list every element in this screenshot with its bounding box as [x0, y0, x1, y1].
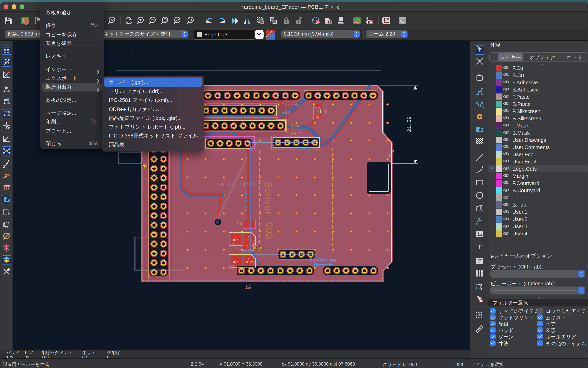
svg-text:9: 9 [280, 123, 281, 126]
svg-text:θ: θ [6, 74, 8, 77]
svg-text:1: 1 [248, 258, 249, 261]
svg-text:4: 4 [305, 139, 306, 142]
svg-text:2: 2 [286, 139, 288, 142]
svg-text:20: 20 [325, 92, 328, 95]
svg-text:5: 5 [242, 123, 244, 126]
svg-text:mm: mm [3, 110, 10, 114]
svg-text:18: 18 [344, 92, 347, 95]
svg-text:21.59: 21.59 [406, 117, 412, 132]
svg-text:2: 2 [291, 251, 293, 254]
svg-text:4: 4 [310, 251, 311, 254]
svg-text:13: 13 [363, 268, 366, 271]
svg-text:12: 12 [354, 268, 357, 271]
svg-text:1: 1 [241, 268, 242, 271]
svg-text:17: 17 [152, 166, 155, 168]
svg-text:29: 29 [152, 222, 155, 225]
svg-text:C2: C2 [229, 265, 235, 270]
svg-text:1: 1 [248, 236, 249, 239]
svg-text:15: 15 [152, 156, 155, 159]
svg-text:5: 5 [210, 140, 212, 143]
svg-text:4: 4 [270, 268, 271, 271]
svg-text:6: 6 [289, 268, 291, 271]
svg-text:5: 5 [242, 108, 244, 110]
svg-text:21: 21 [316, 92, 319, 95]
svg-text:GND: GND [233, 261, 238, 264]
svg-text:26: 26 [162, 203, 165, 206]
svg-text:31: 31 [152, 231, 156, 234]
svg-text:5: 5 [280, 268, 281, 271]
svg-text:C4: C4 [237, 221, 243, 227]
svg-text:14: 14 [372, 268, 375, 271]
svg-text:r: r [4, 71, 5, 74]
svg-text:3: 3 [224, 108, 225, 110]
svg-text:36: 36 [162, 250, 165, 253]
svg-text:A-duino_UNO_R3: A-duino_UNO_R3 [218, 182, 261, 188]
svg-text:mil: mil [4, 98, 9, 102]
svg-text:8: 8 [309, 268, 310, 271]
svg-text:8: 8 [270, 108, 272, 110]
svg-text:37: 37 [152, 260, 155, 263]
svg-text:6: 6 [252, 123, 253, 126]
svg-text:21: 21 [152, 184, 156, 187]
svg-text:C3: C3 [229, 242, 235, 248]
svg-text:New: New [290, 123, 299, 129]
svg-text:20: 20 [162, 175, 165, 178]
svg-text:27: 27 [152, 212, 155, 216]
svg-text:16: 16 [362, 92, 365, 95]
svg-text:J4: J4 [255, 140, 260, 146]
svg-text:3: 3 [228, 140, 230, 143]
svg-text:2: 2 [235, 236, 237, 239]
svg-text:30: 30 [162, 222, 165, 225]
svg-text:9: 9 [327, 268, 328, 271]
svg-text:in: in [5, 86, 8, 90]
svg-text:R3: R3 [323, 109, 328, 114]
svg-text:7: 7 [261, 123, 263, 126]
svg-text:1: 1 [205, 123, 207, 126]
svg-text:1.3: 1.3 [386, 150, 394, 155]
svg-text:35: 35 [152, 250, 155, 253]
svg-text:2: 2 [235, 258, 237, 261]
svg-text:J6: J6 [268, 140, 273, 146]
svg-text:1: 1 [282, 251, 284, 254]
svg-text:30: 30 [226, 92, 229, 95]
svg-text:19: 19 [335, 92, 338, 95]
svg-text:10: 10 [335, 268, 338, 271]
svg-text:1: 1 [317, 105, 318, 107]
svg-text:28: 28 [162, 212, 165, 216]
svg-text:Sensor: Sensor [262, 182, 273, 217]
svg-text:1: 1 [247, 140, 248, 143]
svg-text:16: 16 [162, 156, 165, 159]
svg-text:8: 8 [270, 123, 272, 126]
svg-text:+3.3V: +3.3V [244, 261, 253, 264]
svg-text:38: 38 [162, 260, 165, 263]
svg-text:31: 31 [216, 92, 219, 95]
svg-text:19: 19 [152, 175, 155, 178]
svg-text:6: 6 [252, 108, 253, 110]
svg-text:C1: C1 [254, 238, 259, 243]
svg-text:PWR: PWR [316, 117, 319, 119]
svg-text:22: 22 [162, 184, 165, 187]
svg-text:22: 22 [307, 92, 310, 95]
svg-text:32: 32 [206, 92, 209, 95]
svg-text:4: 4 [219, 140, 221, 143]
svg-text:CO2: CO2 [263, 222, 274, 239]
svg-text:7: 7 [261, 108, 263, 110]
svg-text:27: 27 [255, 92, 258, 95]
svg-text:3: 3 [296, 139, 297, 142]
svg-text:28: 28 [245, 92, 248, 95]
svg-text:32: 32 [162, 231, 165, 234]
svg-text:25: 25 [274, 92, 277, 95]
svg-text:4: 4 [233, 108, 235, 110]
svg-text:1: 1 [277, 139, 279, 142]
svg-text:A1: A1 [245, 285, 251, 291]
svg-text:17: 17 [353, 92, 356, 95]
svg-text:34: 34 [162, 241, 165, 244]
svg-text:5: 5 [314, 139, 316, 142]
svg-text:24: 24 [162, 194, 165, 197]
svg-text:Ver?: Ver? [290, 131, 302, 137]
svg-text:3: 3 [260, 268, 262, 271]
svg-text:5.0000 mm: 5.0000 mm [309, 258, 336, 263]
svg-text:29: 29 [236, 92, 239, 95]
svg-text:2: 2 [214, 123, 216, 126]
svg-text:26: 26 [265, 92, 268, 95]
